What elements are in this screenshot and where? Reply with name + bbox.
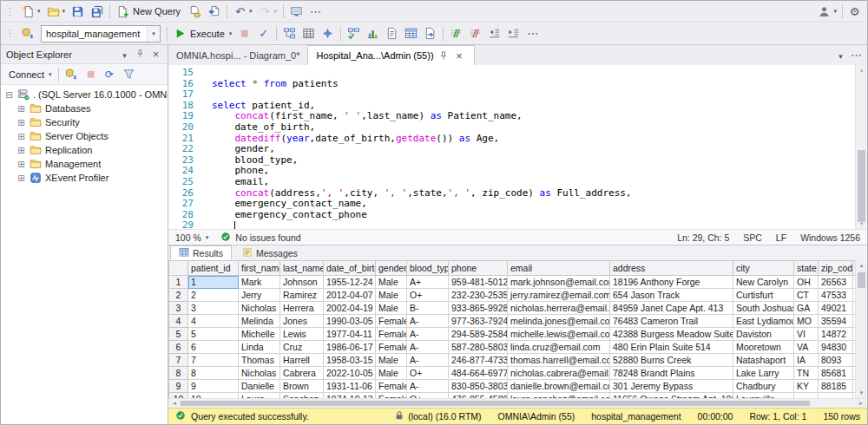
scroll-up-icon[interactable]: ▴ (856, 260, 867, 271)
grid-cell[interactable]: Danielle (239, 380, 280, 393)
grid-cell[interactable]: linda.cruz@email.com (508, 341, 610, 354)
redo-button[interactable]: ↷▾ (256, 3, 280, 21)
uncomment-selection-button[interactable] (466, 24, 484, 42)
code-line[interactable]: select * from patients (212, 79, 867, 90)
results-to-file-button[interactable] (421, 24, 439, 42)
row-number-cell[interactable]: 2 (169, 289, 188, 302)
activity-monitor-button[interactable] (287, 3, 306, 21)
comment-selection-button[interactable] (447, 24, 465, 42)
grid-cell[interactable]: 85681 (819, 367, 853, 380)
grid-cell[interactable]: jerry.ramirez@email.com (508, 289, 610, 302)
column-header[interactable]: state (794, 261, 819, 276)
grid-cell[interactable]: 84959 Janet Cape Apt. 413 (610, 302, 733, 315)
change-connection-button[interactable] (19, 24, 37, 42)
panel-menu-icon[interactable]: ▾ (118, 49, 131, 60)
grid-cell[interactable]: Male (376, 276, 407, 289)
row-number-cell[interactable]: 6 (169, 341, 188, 354)
grid-cell[interactable]: 8 (188, 367, 239, 380)
tree-node-xevent-profiler[interactable]: ⊞XEvent Profiler (3, 171, 168, 185)
grid-cell[interactable]: 94830 (819, 341, 853, 354)
grid-cell[interactable]: 1 (188, 276, 239, 289)
grid-cell[interactable]: 49021 (819, 302, 853, 315)
grid-cell[interactable]: 47533 (819, 289, 853, 302)
grid-cell[interactable]: 1990-03-05 (324, 315, 376, 328)
grid-cell[interactable]: A- (407, 341, 449, 354)
grid-cell[interactable]: A- (407, 354, 449, 367)
query-options-button[interactable] (299, 24, 318, 42)
grid-cell[interactable]: VI (794, 328, 819, 341)
scroll-thumb[interactable] (181, 401, 810, 406)
grid-cell[interactable]: 1977-04-11 (324, 328, 376, 341)
tree-expander-icon[interactable]: ⊞ (16, 173, 26, 183)
grid-cell[interactable]: South Joshuastad (733, 302, 794, 315)
column-header[interactable]: first_name (239, 261, 280, 276)
grid-cell[interactable]: Cabrera (280, 367, 324, 380)
tree-expander-icon[interactable]: ⊞ (16, 132, 26, 141)
scroll-down-icon[interactable]: ▾ (856, 388, 867, 398)
grid-cell[interactable]: East Lydiamouth (733, 315, 794, 328)
grid-cell[interactable]: 587-280-5803 (449, 341, 508, 354)
cancel-query-button[interactable] (235, 24, 253, 42)
undo-button[interactable]: ↶▾ (231, 3, 255, 21)
scroll-left-icon[interactable]: ◂ (168, 400, 181, 407)
grid-cell[interactable]: Jones (280, 315, 324, 328)
grid-cell[interactable]: O+ (407, 289, 449, 302)
grid-cell[interactable]: Chadbury (733, 380, 794, 393)
open-query-file-button[interactable] (205, 3, 223, 21)
grid-cell[interactable]: KY (794, 380, 819, 393)
grid-cell[interactable]: Melinda (239, 315, 280, 328)
user-account-button[interactable]: ▾ (815, 3, 839, 21)
grid-cell[interactable]: 42388 Burgess Meadow Suite 532 (610, 328, 733, 341)
tree-expander-icon[interactable]: ⊞ (16, 104, 26, 114)
connect-button[interactable]: Connect▾ (4, 65, 55, 83)
results-tab-messages[interactable]: Messages (233, 245, 306, 260)
grid-cell[interactable]: Female (376, 380, 407, 393)
grid-cell[interactable]: 14872 (819, 328, 853, 341)
grid-cell[interactable]: Nicholas (239, 302, 280, 315)
sql-editor[interactable]: 151617181920212223242526272829 select * … (168, 65, 867, 229)
decrease-indent-button[interactable] (485, 24, 503, 42)
grid-cell[interactable]: Herrera (280, 302, 324, 315)
grid-cell[interactable]: 2002-04-19 (324, 302, 376, 315)
issues-indicator[interactable]: No issues found (220, 232, 300, 244)
grid-cell[interactable]: A- (407, 315, 449, 328)
parse-query-button[interactable]: ✓ (254, 24, 273, 42)
code-line[interactable]: blood_type, (212, 155, 867, 167)
grid-cell[interactable]: Female (376, 315, 407, 328)
grid-cell[interactable]: 2012-04-07 (324, 289, 376, 302)
grid-cell[interactable]: B- (407, 302, 449, 315)
grid-cell[interactable]: michelle.lewis@email.com (508, 328, 610, 341)
stop-button[interactable] (82, 65, 100, 83)
results-to-grid-button[interactable] (402, 24, 420, 42)
code-line[interactable] (212, 220, 867, 229)
grid-cell[interactable]: O+ (407, 367, 449, 380)
scroll-thumb[interactable] (858, 272, 865, 288)
tree-node-security[interactable]: ⊞Security (3, 115, 168, 129)
grid-cell[interactable]: Harrell (280, 354, 324, 367)
grid-cell[interactable]: Female (376, 341, 407, 354)
grid-cell[interactable]: 1955-12-24 (324, 276, 376, 289)
grid-cell[interactable]: GA (794, 302, 819, 315)
scroll-thumb[interactable] (858, 150, 865, 222)
display-estimated-plan-button[interactable] (280, 24, 299, 42)
grid-cell[interactable]: 3 (188, 302, 239, 315)
grid-cell[interactable]: A- (407, 328, 449, 341)
column-header[interactable]: address (610, 261, 733, 276)
new-query-button[interactable]: New Query (114, 3, 185, 21)
grid-cell[interactable]: Mark (239, 276, 280, 289)
grid-cell[interactable]: 933-865-9928 (449, 302, 508, 315)
grid-cell[interactable]: Mooretown (733, 341, 794, 354)
combo-dropdown-icon[interactable]: ▾ (147, 26, 160, 42)
tree-expander-icon[interactable]: ⊟ (4, 90, 14, 100)
tree-node-server-objects[interactable]: ⊞Server Objects (3, 129, 168, 143)
editor-vertical-scrollbar[interactable]: ▴ ▾ (855, 65, 867, 229)
pin-icon[interactable] (438, 50, 449, 61)
grid-cell[interactable]: thomas.harrell@email.com (508, 354, 610, 367)
results-tab-results[interactable]: Results (170, 245, 232, 260)
grid-cell[interactable]: 26563 (819, 276, 853, 289)
grid-cell[interactable]: melinda.jones@email.com (508, 315, 610, 328)
tree-expander-icon[interactable]: ⊞ (16, 118, 26, 128)
grid-cell[interactable]: 4 (188, 315, 239, 328)
grid-cell[interactable]: 294-589-2584 (449, 328, 508, 341)
new-project-button[interactable]: ▾ (19, 3, 43, 21)
